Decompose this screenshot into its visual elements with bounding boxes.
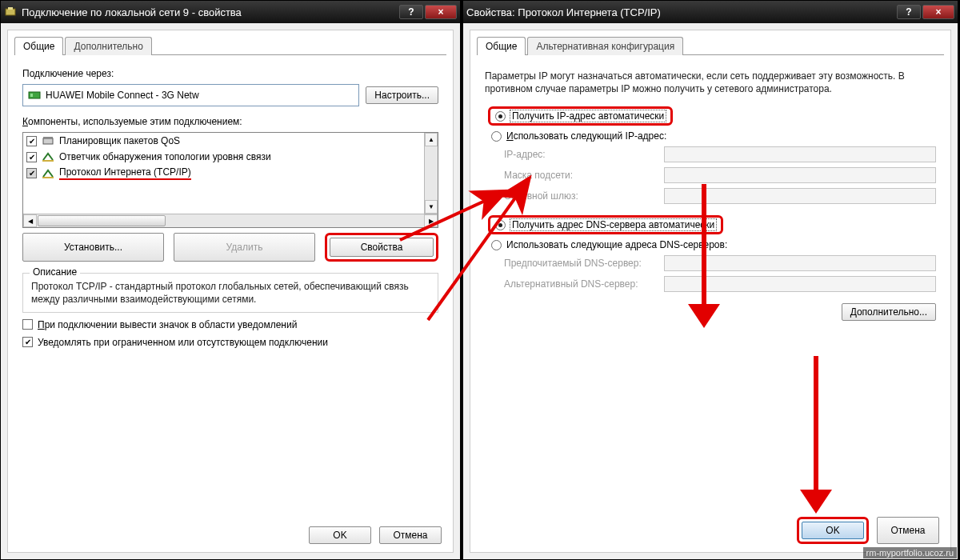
- checkbox[interactable]: ✔: [26, 152, 37, 162]
- list-item-tcpip[interactable]: ✔ Протокол Интернета (TCP/IP): [23, 165, 438, 182]
- component-label: Ответчик обнаружения топологии уровня св…: [59, 151, 271, 162]
- gateway-field: [664, 188, 936, 204]
- tab-alt-config[interactable]: Альтернативная конфигурация: [527, 37, 683, 55]
- watermark: rm-myportfolio.ucoz.ru: [863, 547, 957, 558]
- ip-info-text: Параметры IP могут назначаться автоматич…: [485, 70, 936, 95]
- uninstall-button: Удалить: [174, 233, 315, 262]
- tab-advanced[interactable]: Дополнительно: [65, 37, 151, 55]
- window2-titlebar[interactable]: Свойства: Протокол Интернета (TCP/IP) ? …: [463, 1, 958, 23]
- ok-button[interactable]: OK: [309, 526, 371, 544]
- properties-button[interactable]: Свойства: [330, 238, 434, 257]
- adapter-box: HUAWEI Mobile Connect - 3G Netw: [22, 84, 359, 106]
- subnet-mask-label: Маска подсети:: [504, 170, 664, 181]
- radio-dns-manual[interactable]: [491, 240, 502, 250]
- highlight-dns-auto: Получить адрес DNS-сервера автоматически: [488, 215, 723, 234]
- dns-alt-field: [664, 276, 936, 292]
- radio-ip-manual-label: Использовать следующий IP-адрес:: [506, 130, 666, 142]
- tab-general[interactable]: Общие: [477, 37, 526, 55]
- component-label: Протокол Интернета (TCP/IP): [59, 166, 191, 180]
- tab-general[interactable]: Общие: [14, 37, 63, 55]
- svg-rect-7: [42, 177, 54, 178]
- lltd-icon: [42, 150, 54, 163]
- tcpip-icon: [42, 167, 54, 180]
- ok-button[interactable]: OK: [802, 522, 864, 539]
- scrollbar-vertical[interactable]: ▲ ▼: [424, 133, 438, 214]
- cancel-button[interactable]: Отмена: [379, 526, 442, 544]
- connection-icon: [4, 6, 17, 18]
- cancel-button[interactable]: Отмена: [877, 517, 939, 544]
- gateway-label: Основной шлюз:: [504, 190, 664, 202]
- components-list[interactable]: ✔ Планировщик пакетов QoS ✔ Ответчик обн…: [22, 132, 438, 228]
- svg-rect-3: [30, 94, 33, 97]
- radio-dns-manual-label: Использовать следующие адреса DNS-сервер…: [506, 239, 727, 250]
- radio-ip-auto[interactable]: [495, 111, 506, 122]
- radio-dns-auto-label: Получить адрес DNS-сервера автоматически: [510, 219, 716, 230]
- adapter-name: HUAWEI Mobile Connect - 3G Netw: [46, 90, 199, 101]
- description-title: Описание: [30, 266, 80, 278]
- window1-title: Подключение по локальной сети 9 - свойст…: [22, 6, 398, 18]
- help-button[interactable]: ?: [399, 5, 423, 19]
- scroll-right-icon[interactable]: ▶: [424, 214, 438, 227]
- show-icon-label: При подключении вывести значок в области…: [38, 319, 297, 330]
- scroll-up-icon[interactable]: ▲: [425, 133, 438, 146]
- configure-button[interactable]: Настроить...: [366, 86, 438, 104]
- dns-alt-label: Альтернативный DNS-сервер:: [504, 278, 664, 290]
- radio-ip-manual[interactable]: [491, 131, 502, 142]
- dns-pref-field: [664, 255, 936, 271]
- svg-rect-5: [43, 137, 53, 138]
- window2-title: Свойства: Протокол Интернета (TCP/IP): [466, 6, 895, 18]
- list-item[interactable]: ✔ Планировщик пакетов QoS: [23, 133, 438, 149]
- install-button[interactable]: Установить...: [22, 233, 164, 262]
- help-button[interactable]: ?: [897, 5, 921, 19]
- highlight-ip-auto: Получить IP-адрес автоматически: [488, 106, 673, 126]
- qos-icon: [42, 134, 54, 147]
- close-button[interactable]: ×: [425, 5, 457, 19]
- component-label: Планировщик пакетов QoS: [59, 135, 180, 146]
- scroll-thumb[interactable]: [38, 215, 166, 226]
- window1-titlebar[interactable]: Подключение по локальной сети 9 - свойст…: [1, 1, 460, 23]
- dns-pref-label: Предпочитаемый DNS-сервер:: [504, 258, 664, 269]
- highlight-ok: OK: [797, 517, 869, 544]
- list-item[interactable]: ✔ Ответчик обнаружения топологии уровня …: [23, 149, 438, 165]
- connect-using-label: Подключение через:: [22, 68, 438, 79]
- subnet-mask-field: [664, 167, 936, 183]
- svg-rect-0: [6, 9, 15, 15]
- scroll-left-icon[interactable]: ◀: [23, 214, 37, 227]
- highlight-properties: Свойства: [325, 233, 438, 262]
- svg-rect-1: [8, 7, 13, 10]
- description-text: Протокол TCP/IP - стандартный протокол г…: [31, 280, 430, 306]
- svg-rect-4: [43, 138, 53, 144]
- ip-address-field: [664, 146, 936, 162]
- advanced-button[interactable]: Дополнительно...: [842, 303, 936, 321]
- notify-limited-checkbox[interactable]: ✔: [22, 337, 33, 347]
- svg-rect-6: [42, 160, 54, 162]
- ip-address-label: IP-адрес:: [504, 149, 664, 160]
- nic-icon: [28, 89, 41, 102]
- components-label: Компоненты, используемые этим подключени…: [22, 116, 438, 127]
- checkbox[interactable]: ✔: [26, 168, 37, 178]
- radio-ip-auto-label: Получить IP-адрес автоматически: [510, 110, 666, 122]
- show-icon-checkbox[interactable]: [22, 319, 33, 330]
- notify-limited-label: Уведомлять при ограниченном или отсутств…: [38, 337, 328, 348]
- radio-dns-auto[interactable]: [495, 220, 506, 230]
- checkbox[interactable]: ✔: [26, 136, 37, 146]
- scrollbar-horizontal[interactable]: ◀ ▶: [23, 214, 438, 227]
- description-group: Описание Протокол TCP/IP - стандартный п…: [22, 273, 438, 313]
- scroll-down-icon[interactable]: ▼: [425, 200, 438, 214]
- close-button[interactable]: ×: [922, 5, 954, 19]
